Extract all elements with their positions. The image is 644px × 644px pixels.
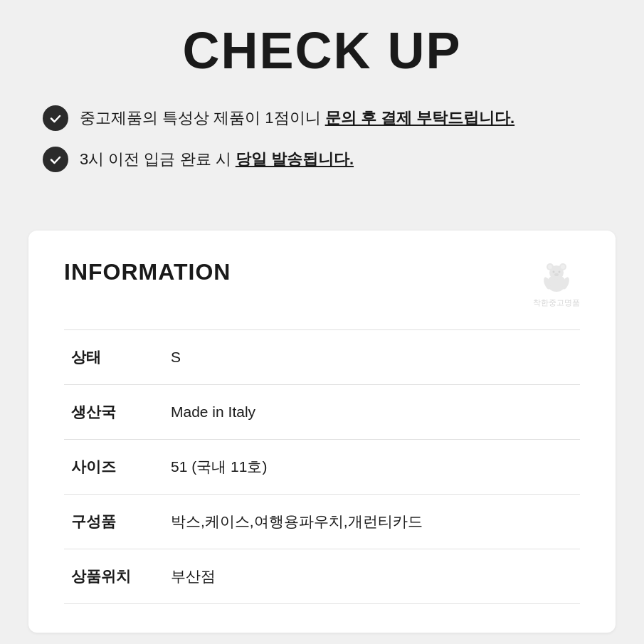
checklist-bold-2: 당일 발송됩니다. [236, 150, 354, 168]
svg-point-3 [548, 265, 552, 269]
svg-point-6 [553, 271, 555, 273]
svg-point-7 [559, 271, 561, 273]
table-value-status: S [164, 330, 580, 385]
top-section: CHECK UP 중고제품의 특성상 제품이 1점이니 문의 후 결제 부탁드립… [0, 0, 644, 216]
check-icon-1 [43, 105, 68, 131]
info-section-title: INFORMATION [64, 259, 231, 285]
check-icon-2 [43, 147, 68, 172]
table-label-size: 사이즈 [64, 440, 164, 495]
checklist-bold-1: 문의 후 결제 부탁드립니다. [325, 109, 514, 127]
table-value-size: 51 (국내 11호) [164, 440, 580, 495]
table-label-location: 상품위치 [64, 549, 164, 604]
checklist-item-1: 중고제품의 특성상 제품이 1점이니 문의 후 결제 부탁드립니다. [43, 105, 601, 131]
table-row-size: 사이즈 51 (국내 11호) [64, 440, 580, 495]
information-section: INFORMATION [28, 231, 616, 633]
table-row-components: 구성품 박스,케이스,여행용파우치,개런티카드 [64, 495, 580, 549]
watermark-bear-icon [538, 259, 575, 296]
info-header: INFORMATION [64, 259, 580, 308]
checkmark-svg-1 [48, 111, 63, 125]
watermark-label: 착한중고명품 [533, 297, 580, 308]
info-table: 상태 S 생산국 Made in Italy 사이즈 51 (국내 11호) 구… [64, 329, 580, 604]
checklist-text-2: 3시 이전 입금 완료 시 당일 발송됩니다. [80, 149, 354, 170]
checklist-item-2: 3시 이전 입금 완료 시 당일 발송됩니다. [43, 147, 601, 172]
table-label-components: 구성품 [64, 495, 164, 549]
table-row-status: 상태 S [64, 330, 580, 385]
watermark: 착한중고명품 [533, 259, 580, 308]
table-value-origin: Made in Italy [164, 385, 580, 440]
table-value-components: 박스,케이스,여행용파우치,개런티카드 [164, 495, 580, 549]
svg-point-5 [561, 265, 565, 269]
table-label-origin: 생산국 [64, 385, 164, 440]
table-value-location: 부산점 [164, 549, 580, 604]
table-label-status: 상태 [64, 330, 164, 385]
checkmark-svg-2 [48, 152, 63, 167]
table-row-location: 상품위치 부산점 [64, 549, 580, 604]
checklist: 중고제품의 특성상 제품이 1점이니 문의 후 결제 부탁드립니다. 3시 이전… [43, 105, 601, 172]
table-row-origin: 생산국 Made in Italy [64, 385, 580, 440]
main-title: CHECK UP [43, 21, 601, 80]
svg-point-8 [554, 273, 559, 276]
checklist-text-1: 중고제품의 특성상 제품이 1점이니 문의 후 결제 부탁드립니다. [80, 107, 514, 129]
